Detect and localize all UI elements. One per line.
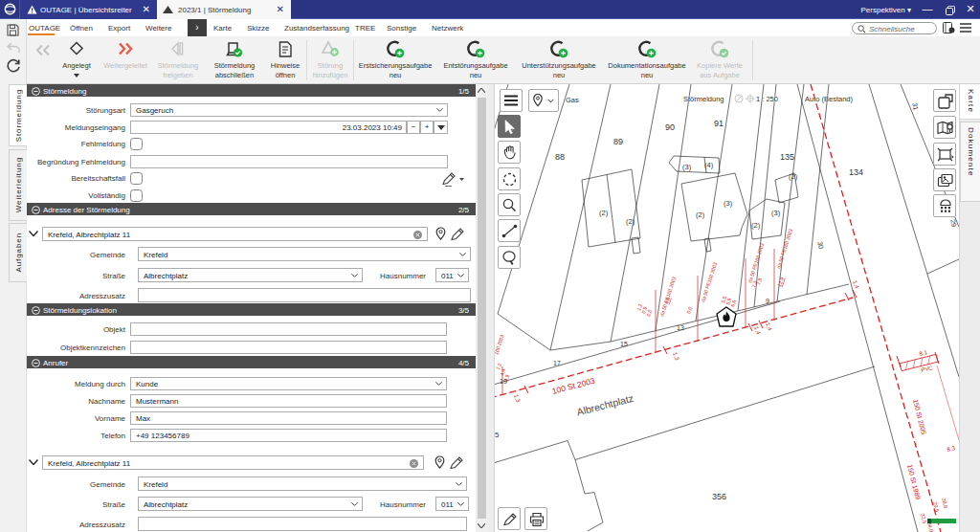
svg-text:0,0: 0,0	[645, 308, 653, 317]
svg-text:90: 90	[665, 122, 675, 132]
svg-text:(2): (2)	[696, 211, 705, 219]
svg-text:12,9: 12,9	[776, 277, 785, 288]
svg-text:88: 88	[555, 152, 565, 162]
svg-text:31: 31	[911, 102, 920, 111]
svg-text:(2): (2)	[599, 209, 609, 217]
svg-text:(3): (3)	[724, 199, 733, 208]
svg-text:29: 29	[949, 219, 958, 228]
svg-text:Albrechtplatz: Albrechtplatz	[575, 392, 635, 418]
svg-text:6,6: 6,6	[729, 299, 737, 307]
svg-text:(2): (2)	[751, 221, 761, 230]
svg-text:1,4: 1,4	[765, 321, 773, 332]
svg-text:28,8: 28,8	[941, 498, 948, 509]
svg-text:9: 9	[766, 298, 769, 304]
svg-text:(4): (4)	[704, 161, 714, 169]
svg-text:5: 5	[495, 431, 500, 439]
svg-text:da 50 PE100 2003: da 50 PE100 2003	[658, 276, 677, 317]
svg-text:8,1: 8,1	[919, 349, 928, 357]
svg-text:19: 19	[500, 378, 507, 385]
svg-text:1,3: 1,3	[513, 393, 522, 404]
svg-text:1,4: 1,4	[753, 325, 762, 336]
svg-text:da 50 PE100 2003: da 50 PE100 2003	[775, 228, 793, 269]
svg-text:da 50 PE100 2003: da 50 PE100 2003	[746, 242, 765, 283]
svg-text:150 St 2005: 150 St 2005	[912, 399, 927, 435]
svg-text:89: 89	[613, 137, 623, 146]
svg-text:1,4: 1,4	[852, 279, 860, 290]
svg-text:(3): (3)	[682, 163, 692, 171]
svg-text:91: 91	[714, 119, 724, 128]
svg-text:17: 17	[553, 360, 561, 366]
svg-text:(2): (2)	[626, 217, 635, 226]
svg-text:7,8: 7,8	[755, 277, 763, 285]
svg-text:135: 135	[780, 152, 794, 162]
svg-text:29,5: 29,5	[932, 501, 940, 513]
svg-text:100 2003: 100 2003	[495, 334, 505, 356]
svg-text:1,3: 1,3	[672, 351, 680, 362]
svg-text:30: 30	[816, 241, 825, 250]
svg-text:356: 356	[712, 492, 726, 501]
svg-text:8,3: 8,3	[947, 445, 956, 453]
svg-text:134: 134	[849, 167, 863, 177]
svg-text:150 St 1989: 150 St 1989	[906, 464, 922, 500]
svg-text:13: 13	[677, 324, 684, 331]
svg-text:15: 15	[620, 341, 628, 347]
svg-text:da 50 PE100 2003: da 50 PE100 2003	[700, 261, 718, 302]
svg-text:(3): (3)	[771, 209, 781, 217]
svg-text:(2): (2)	[789, 172, 798, 181]
svg-text:0,0: 0,0	[685, 305, 693, 314]
